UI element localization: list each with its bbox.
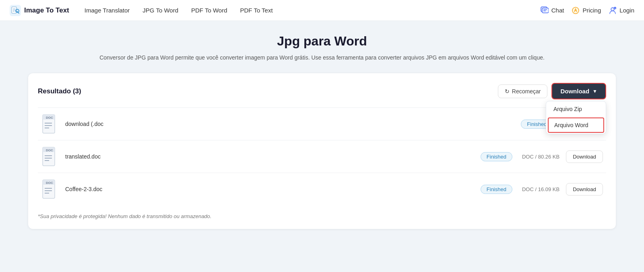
file-icon-2: DOC — [41, 146, 59, 167]
login-label: Login — [619, 7, 634, 14]
svg-text:DOC: DOC — [46, 148, 53, 152]
privacy-note: *Sua privacidade é protegida! Nenhum dad… — [38, 213, 606, 219]
dropdown-item-zip[interactable]: Arquivo Zip — [546, 101, 606, 117]
pricing-icon — [571, 6, 580, 15]
logo-text: Image To Text — [24, 6, 69, 14]
chevron-down-icon: ▼ — [592, 89, 597, 94]
result-header: Resultado (3) ↻ Recomeçar Download ▼ Arq… — [38, 83, 606, 99]
table-row: DOC translated.doc Finished DOC / 80.26 … — [38, 140, 606, 173]
restart-button[interactable]: ↻ Recomeçar — [498, 84, 548, 98]
login-nav-item[interactable]: + Login — [608, 6, 634, 15]
file-icon-1: DOC — [41, 113, 59, 134]
result-actions: ↻ Recomeçar Download ▼ Arquivo Zip Arqui… — [498, 83, 606, 99]
svg-text:+: + — [615, 7, 616, 9]
login-icon: + — [608, 6, 617, 15]
svg-point-12 — [611, 8, 614, 11]
download-row-button-3[interactable]: Download — [566, 183, 603, 196]
download-dropdown: Arquivo Zip Arquivo Word — [546, 101, 606, 134]
table-row: DOC Coffee-2-3.doc Finished DOC / 16.09 … — [38, 173, 606, 205]
pricing-nav-item[interactable]: Pricing — [571, 6, 601, 15]
file-status-2: Finished — [481, 153, 512, 160]
file-meta-2: DOC / 80.26 KB — [522, 154, 559, 160]
file-meta-3: DOC / 16.09 KB — [522, 186, 559, 192]
file-list: DOC download (.doc Finished DOC / 12.21 … — [38, 107, 606, 205]
nav-image-translator[interactable]: Image Translator — [79, 4, 136, 16]
logo[interactable]: Image To Text — [10, 5, 69, 16]
download-main-button[interactable]: Download ▼ — [551, 83, 606, 99]
header: Image To Text Image Translator JPG To Wo… — [0, 0, 644, 21]
file-name-2: translated.doc — [65, 153, 471, 160]
file-status-3: Finished — [481, 185, 512, 193]
result-title: Resultado (3) — [38, 87, 81, 95]
nav-pdf-to-word[interactable]: PDF To Word — [186, 4, 233, 16]
nav-jpg-to-word[interactable]: JPG To Word — [137, 4, 184, 16]
main-content: Jpg para Word Conversor de JPG para Word… — [12, 21, 632, 242]
svg-text:DOC: DOC — [46, 116, 53, 120]
page-title: Jpg para Word — [28, 34, 616, 49]
logo-icon — [10, 5, 21, 16]
table-row: DOC download (.doc Finished DOC / 12.21 … — [38, 107, 606, 140]
result-card: Resultado (3) ↻ Recomeçar Download ▼ Arq… — [28, 73, 616, 229]
svg-text:DOC: DOC — [46, 181, 53, 185]
chat-icon — [540, 6, 549, 15]
chat-label: Chat — [551, 7, 564, 14]
pricing-label: Pricing — [582, 7, 601, 14]
header-right: Chat Pricing + Login — [540, 6, 634, 15]
svg-rect-7 — [542, 8, 549, 13]
restart-label: Recomeçar — [512, 88, 541, 95]
download-main-label: Download — [560, 88, 589, 95]
nav-pdf-to-text[interactable]: PDF To Text — [234, 4, 278, 16]
download-row-button-2[interactable]: Download — [566, 150, 603, 163]
status-badge-3: Finished — [481, 185, 512, 194]
main-nav: Image Translator JPG To Word PDF To Word… — [79, 4, 540, 16]
file-name-1: download (.doc — [65, 121, 511, 127]
status-badge-2: Finished — [481, 152, 512, 161]
chat-nav-item[interactable]: Chat — [540, 6, 564, 15]
restart-icon: ↻ — [505, 88, 510, 95]
file-name-3: Coffee-2-3.doc — [65, 186, 471, 192]
page-subtitle: Conversor de JPG para Word permite que v… — [28, 54, 616, 62]
dropdown-item-word[interactable]: Arquivo Word — [548, 117, 604, 133]
file-icon-3: DOC — [41, 179, 59, 200]
